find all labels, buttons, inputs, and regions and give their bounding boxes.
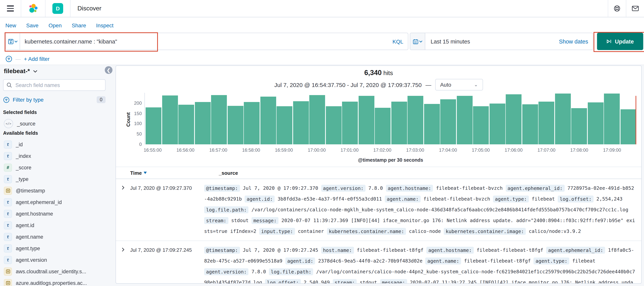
- index-pattern-switcher[interactable]: filebeat-*: [4, 68, 37, 75]
- chevron-down-icon: [33, 70, 37, 72]
- histogram-bar-16:59:00[interactable]: [276, 106, 292, 144]
- source-field-key: agent.type:: [534, 257, 570, 264]
- update-button[interactable]: Update: [597, 33, 643, 50]
- histogram-bar-16:58:30[interactable]: [260, 96, 276, 144]
- histogram-bar-17:04:00[interactable]: [440, 99, 456, 144]
- menu-button[interactable]: [0, 0, 21, 17]
- histogram-bar-17:04:30[interactable]: [457, 96, 472, 144]
- add-filter-button[interactable]: + Add filter: [24, 56, 50, 62]
- histogram-bar-16:55:00[interactable]: [146, 107, 162, 144]
- documents-table: Time _source Jul 7, 2020 @ 17:09:27.370@…: [116, 167, 641, 284]
- filter-by-type-button[interactable]: Filter by type: [13, 97, 44, 103]
- histogram-bar-17:00:00[interactable]: [309, 95, 325, 144]
- field-name: agent.version: [16, 257, 47, 263]
- source-field-key: agent.ephemeral_id:: [546, 247, 605, 254]
- expand-row-button[interactable]: [116, 245, 130, 284]
- date-field-icon: [4, 267, 12, 276]
- field-item-agent.id[interactable]: tagent.id: [3, 219, 108, 231]
- nav-share[interactable]: Share: [72, 22, 86, 28]
- field-name: azure.auditlogs.properties.ac...: [16, 280, 87, 286]
- search-icon: [6, 82, 12, 88]
- histogram-bar-17:05:30[interactable]: [490, 104, 505, 144]
- histogram-bar-17:01:30[interactable]: [358, 96, 374, 144]
- histogram-bar-16:59:30[interactable]: [293, 101, 309, 144]
- histogram-bar-17:08:00[interactable]: [572, 108, 587, 144]
- histogram-bar-16:57:00[interactable]: [211, 95, 227, 144]
- histogram-bar-17:09:00[interactable]: [604, 93, 620, 144]
- field-item-aws.cloudtrail.user_identity.s...[interactable]: aws.cloudtrail.user_identity.s...: [3, 266, 108, 277]
- field-item-_source[interactable]: </>_source: [3, 118, 108, 129]
- time-range-value[interactable]: Last 15 minutes: [425, 38, 476, 44]
- calendar-icon: [6, 188, 10, 193]
- saved-query-menu-button[interactable]: [6, 33, 20, 50]
- histogram-bar-17:05:00[interactable]: [473, 106, 489, 144]
- histogram-bar-17:06:30[interactable]: [522, 104, 538, 144]
- hits-label: hits: [384, 70, 393, 76]
- histogram-bar-16:57:30[interactable]: [228, 106, 243, 144]
- histogram-bar-17:01:00[interactable]: [342, 101, 358, 144]
- field-search-box[interactable]: [3, 79, 106, 91]
- newsfeed-button[interactable]: [626, 0, 644, 17]
- source-field-key: log.file.path:: [269, 268, 313, 275]
- histogram-bar-17:02:00[interactable]: [375, 108, 390, 144]
- histogram-bar-17:07:30[interactable]: [555, 93, 571, 144]
- field-item-agent.type[interactable]: tagent.type: [3, 243, 108, 254]
- query-language-button[interactable]: KQL: [388, 33, 408, 50]
- histogram-bar-17:09:30[interactable]: [620, 109, 636, 144]
- x-axis-tick-labels: 16:55:0016:56:0016:57:0016:58:0016:59:00…: [144, 147, 637, 154]
- histogram-bar-17:06:00[interactable]: [506, 94, 522, 144]
- histogram-bar-17:02:30[interactable]: [391, 102, 407, 144]
- field-item-@timestamp[interactable]: @timestamp: [3, 185, 108, 196]
- source-field-key: host.name:: [321, 247, 354, 254]
- x-axis-tick-17:02:00: 17:02:00: [374, 147, 391, 153]
- elastic-logo[interactable]: [21, 0, 45, 17]
- show-dates-button[interactable]: Show dates: [554, 38, 593, 44]
- histogram-bar-17:03:30[interactable]: [424, 104, 440, 144]
- field-search-input[interactable]: [15, 82, 102, 88]
- x-axis-tick-16:57:00: 16:57:00: [209, 147, 227, 153]
- interval-select[interactable]: Auto ⌄: [435, 79, 483, 90]
- nav-open[interactable]: Open: [48, 22, 62, 28]
- field-name: _type: [16, 176, 28, 182]
- field-item-azure.auditlogs.properties.ac...[interactable]: azure.auditlogs.properties.ac...: [3, 277, 108, 286]
- histogram-bar-17:03:00[interactable]: [408, 96, 424, 144]
- source-field-key: agent.version:: [321, 185, 366, 192]
- nav-inspect[interactable]: Inspect: [96, 22, 114, 28]
- app-badge[interactable]: D: [46, 0, 70, 17]
- field-item-agent.name[interactable]: tagent.name: [3, 231, 108, 243]
- query-input[interactable]: kubernetes.container.name : "kibana": [20, 33, 388, 50]
- field-name: _index: [16, 153, 31, 159]
- histogram-bar-17:07:00[interactable]: [539, 102, 554, 144]
- field-item-_index[interactable]: t_index: [3, 150, 108, 162]
- help-button[interactable]: [608, 0, 626, 17]
- x-axis-tick-16:55:00: 16:55:00: [144, 147, 162, 153]
- histogram-bar-16:56:30[interactable]: [195, 102, 210, 144]
- histogram-bar-16:58:00[interactable]: [244, 102, 260, 144]
- field-item-_id[interactable]: t_id: [3, 139, 108, 150]
- field-item-agent.ephemeral_id[interactable]: tagent.ephemeral_id: [3, 196, 108, 208]
- hamburger-icon[interactable]: [7, 5, 14, 11]
- histogram-bar-16:56:00[interactable]: [178, 104, 194, 144]
- hits-count: 6,340 hits: [116, 69, 641, 77]
- field-item-_score[interactable]: #_score: [3, 162, 108, 173]
- selected-fields-heading: Selected fields: [3, 110, 37, 115]
- field-item-agent.hostname[interactable]: tagent.hostname: [3, 208, 108, 219]
- expand-row-button[interactable]: [116, 183, 130, 237]
- sort-desc-icon[interactable]: [144, 172, 147, 174]
- collapse-sidebar-button[interactable]: ❮: [105, 66, 112, 74]
- y-axis-tick-0: 0: [126, 142, 142, 147]
- field-item-_type[interactable]: t_type: [3, 173, 108, 185]
- histogram-bar-16:55:30[interactable]: [162, 95, 178, 144]
- y-axis-tick-200: 200: [126, 100, 142, 106]
- date-picker-button[interactable]: [410, 33, 425, 50]
- field-item-agent.version[interactable]: tagent.version: [3, 254, 108, 266]
- nav-save[interactable]: Save: [26, 22, 38, 28]
- histogram-bar-17:08:30[interactable]: [588, 102, 604, 144]
- source-field-key: agent.version:: [204, 268, 249, 275]
- time-column-header[interactable]: Time: [116, 170, 204, 176]
- nav-new[interactable]: New: [6, 22, 16, 28]
- filter-icon[interactable]: [6, 55, 12, 62]
- x-axis-tick-16:56:00: 16:56:00: [176, 147, 194, 153]
- histogram-bar-17:00:30[interactable]: [326, 106, 342, 144]
- discover-app-badge[interactable]: D: [52, 3, 63, 14]
